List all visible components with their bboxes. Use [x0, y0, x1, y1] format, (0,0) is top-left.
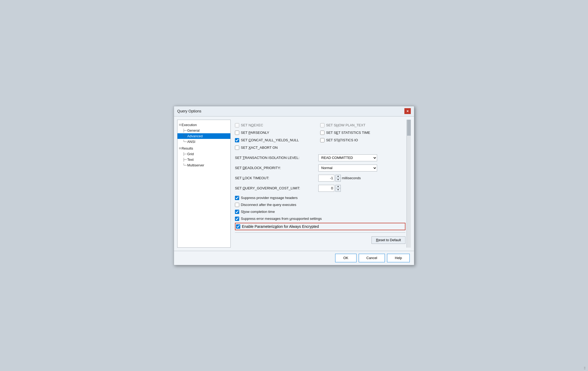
tree-label-advanced: Advanced: [187, 134, 203, 138]
checkbox-stats-time-label: SET SET STATISTICS TIME: [326, 131, 370, 135]
checkbox-showplan-input[interactable]: [320, 123, 324, 127]
dialog-title: Query Options: [177, 109, 201, 113]
checkbox-suppress-error: Suppress error messages from unsupported…: [235, 215, 405, 222]
tree-label-results: Results: [181, 146, 193, 150]
checkbox-disconnect: Disconnect after the query executes: [235, 201, 405, 208]
checkbox-concat-label: SET CONCAT_NULL_YIELDS_NULL: [241, 138, 299, 142]
lock-timeout-down[interactable]: ▼: [336, 178, 341, 181]
transaction-isolation-control: READ UNCOMMITTED READ COMMITTED REPEATAB…: [318, 154, 405, 161]
lock-timeout-label: SET LOCK TIMEOUT:: [235, 176, 315, 180]
transaction-isolation-row: SET TRANSACTION ISOLATION LEVEL: READ UN…: [235, 153, 405, 163]
checkbox-show-completion-label: Show completion time: [241, 210, 275, 214]
checkbox-parseonly-label: SET PARSEONLY: [241, 131, 269, 135]
cancel-button[interactable]: Cancel: [359, 254, 385, 262]
query-options-dialog: Query Options × ⊟ Execution ├─ General └…: [174, 106, 414, 265]
scrollbar-track: [407, 120, 411, 248]
tree-indent: └─: [183, 134, 187, 138]
lock-timeout-up[interactable]: ▲: [336, 175, 341, 178]
query-governor-label: SET QUERY_GOVERNOR_COST_LIMIT:: [235, 186, 315, 190]
reset-row: Reset to Default: [235, 235, 405, 245]
checkbox-parseonly-input[interactable]: [235, 131, 239, 135]
tree-indent: ├─: [183, 128, 187, 132]
top-checkbox-row-noexec: SET NOEXEC SET SHOW PLAN_TEXT: [235, 122, 405, 129]
lock-timeout-input[interactable]: [318, 175, 334, 182]
tree-item-text[interactable]: ├─ Text: [177, 157, 230, 162]
checkbox-noexec-label: SET NOEXEC: [241, 123, 263, 127]
checkbox-suppress-provider: Suppress provider message headers: [235, 194, 405, 201]
checkbox-set-concat: SET CONCAT_NULL_YIELDS_NULL: [235, 137, 320, 144]
lock-timeout-control: ▲ ▼ milliseconds: [318, 175, 361, 182]
checkbox-parameterization-label: Enable Parameterization for Always Encry…: [242, 224, 319, 229]
close-button[interactable]: ×: [404, 108, 411, 114]
deadlock-priority-select[interactable]: Low Normal High: [318, 165, 377, 171]
tree-connector: ├─: [183, 158, 187, 162]
checkbox-xact-label: SET XACT_ABORT ON: [241, 146, 278, 150]
tree-item-grid[interactable]: ├─ Grid: [177, 151, 230, 157]
checkbox-show-completion-input[interactable]: [235, 210, 239, 214]
deadlock-priority-row: SET DEADLOCK_PRIORITY: Low Normal High: [235, 163, 405, 173]
lock-timeout-spinner: ▲ ▼: [335, 175, 341, 182]
reset-button[interactable]: Reset to Default: [372, 236, 405, 244]
lock-timeout-row: SET LOCK TIMEOUT: ▲ ▼ milliseconds: [235, 173, 405, 183]
transaction-isolation-label: SET TRANSACTION ISOLATION LEVEL:: [235, 156, 315, 160]
query-governor-input[interactable]: [318, 185, 334, 192]
deadlock-priority-label: SET DEADLOCK_PRIORITY:: [235, 166, 315, 170]
query-governor-row: SET QUERY_GOVERNOR_COST_LIMIT: ▲ ▼: [235, 183, 405, 193]
tree-label-general: General: [187, 128, 199, 132]
tree-item-results[interactable]: ⊟ Results: [177, 146, 230, 151]
query-governor-up[interactable]: ▲: [336, 185, 341, 188]
checkbox-stats-time-input[interactable]: [320, 131, 324, 135]
tree-item-general[interactable]: ├─ General: [177, 128, 230, 133]
ok-button[interactable]: OK: [335, 254, 357, 262]
tree-indent: └─: [183, 140, 187, 144]
milliseconds-label: milliseconds: [342, 176, 361, 180]
scrollbar-thumb[interactable]: [407, 120, 411, 136]
tree-label-grid: Grid: [187, 152, 194, 156]
tree-connector: └─: [183, 163, 187, 167]
checkbox-suppress-error-input[interactable]: [235, 217, 239, 221]
checkbox-set-showplan: SET SHOW PLAN_TEXT: [320, 122, 405, 129]
checkbox-set-statistics-time: SET SET STATISTICS TIME: [320, 129, 405, 136]
checkbox-xact-input[interactable]: [235, 146, 239, 150]
deadlock-priority-control: Low Normal High: [318, 165, 405, 171]
content-area: ⊟ Execution ├─ General └─ Advanced: [174, 116, 414, 251]
checkbox-set-noexec: SET NOEXEC: [235, 122, 320, 129]
tree-indent: ├─: [183, 152, 187, 156]
tree-connector: ├─: [183, 129, 187, 132]
checkbox-suppress-provider-input[interactable]: [235, 196, 239, 200]
top-checkbox-row-concat: SET CONCAT_NULL_YIELDS_NULL SET STATISTI…: [235, 137, 405, 144]
checkbox-set-xact: SET XACT_ABORT ON: [235, 144, 320, 151]
tree-label-ansi: ANSI: [187, 140, 195, 144]
checkbox-disconnect-label: Disconnect after the query executes: [241, 203, 296, 207]
help-button[interactable]: Help: [387, 254, 410, 262]
transaction-isolation-select[interactable]: READ UNCOMMITTED READ COMMITTED REPEATAB…: [318, 154, 377, 161]
tree-item-advanced[interactable]: └─ Advanced: [177, 133, 230, 139]
tree-label-text: Text: [187, 158, 194, 162]
tree-item-multiserver[interactable]: └─ Multiserver: [177, 162, 230, 168]
resize-grip[interactable]: ⣿: [584, 367, 587, 370]
tree-item-execution[interactable]: ⊟ Execution: [177, 122, 230, 128]
tree-label-multiserver: Multiserver: [187, 163, 204, 167]
checkbox-noexec-input[interactable]: [235, 123, 239, 127]
tree-label-execution: Execution: [181, 123, 197, 127]
tree-item-ansi[interactable]: └─ ANSI: [177, 139, 230, 145]
checkbox-concat-input[interactable]: [235, 138, 239, 142]
checkbox-disconnect-input[interactable]: [235, 203, 239, 207]
settings-content: SET NOEXEC SET SHOW PLAN_TEXT SET PARSEO…: [233, 121, 411, 247]
separator: [235, 232, 405, 233]
bottom-bar: OK Cancel Help: [174, 251, 414, 265]
tree-connector: ⊟: [179, 123, 181, 127]
checkbox-stats-io-input[interactable]: [320, 138, 324, 142]
checkbox-enable-parameterization-row: Enable Parameterization for Always Encry…: [235, 223, 405, 230]
query-governor-down[interactable]: ▼: [336, 188, 341, 192]
top-checkbox-row-parseonly: SET PARSEONLY SET SET STATISTICS TIME: [235, 129, 405, 136]
tree-indent: ├─: [183, 158, 187, 162]
query-governor-spinner: ▲ ▼: [335, 185, 341, 192]
checkbox-set-parseonly: SET PARSEONLY: [235, 129, 320, 136]
checkbox-set-statistics-io: SET STATISTICS IO: [320, 137, 405, 144]
checkbox-suppress-provider-label: Suppress provider message headers: [241, 196, 297, 200]
top-checkbox-row-xact: SET XACT_ABORT ON: [235, 144, 405, 151]
checkbox-show-completion: Show completion time: [235, 208, 405, 215]
right-panel: SET NOEXEC SET SHOW PLAN_TEXT SET PARSEO…: [233, 120, 411, 248]
checkbox-parameterization-input[interactable]: [236, 224, 240, 229]
